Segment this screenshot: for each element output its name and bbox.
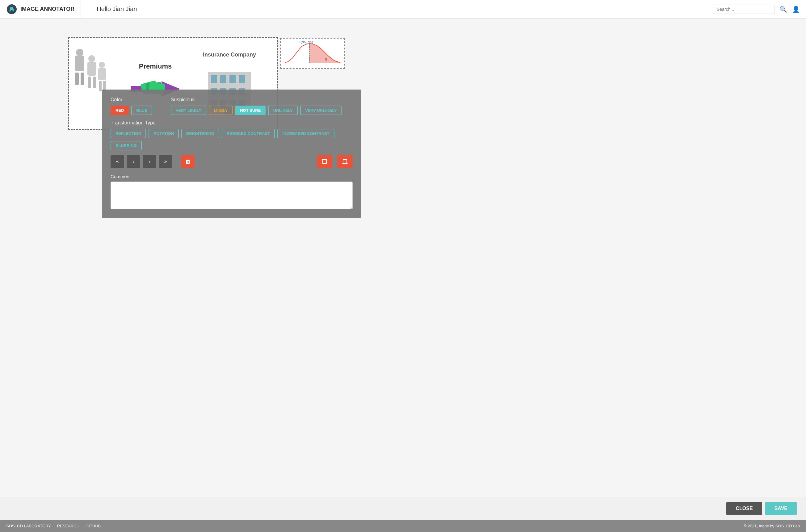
research-link[interactable]: RESEARCH	[57, 524, 79, 528]
suspicious-not-sure-button[interactable]: NOT SURE	[235, 106, 266, 115]
svg-rect-1	[75, 56, 84, 71]
footer-bar: SOS+CD LABORATORY RESEARCH GITHUB © 2021…	[0, 520, 806, 532]
svg-rect-40	[323, 159, 326, 163]
transform-reflection-button[interactable]: REFLECTION	[111, 129, 146, 138]
suspicious-buttons: VERY LIKELY LIKELY NOT SURE UNLIKELY VER…	[171, 106, 341, 115]
prev-button[interactable]: ‹	[127, 155, 140, 168]
trash-icon	[185, 159, 190, 164]
svg-point-10	[99, 62, 105, 68]
svg-rect-4	[81, 73, 84, 85]
svg-rect-5	[88, 62, 96, 76]
premiums-label: Premiums	[139, 62, 172, 70]
color-blue-button[interactable]: BLUE	[131, 106, 152, 115]
svg-rect-8	[93, 77, 96, 88]
svg-rect-19	[220, 75, 226, 83]
search-input[interactable]	[713, 5, 774, 14]
last-button[interactable]: »	[159, 155, 172, 168]
crop-alt-button[interactable]	[337, 155, 353, 168]
header-right: 🔍 👤	[713, 5, 800, 14]
color-red-button[interactable]: RED	[111, 106, 129, 115]
svg-text:α: α	[325, 57, 327, 61]
svg-text:F(df₁, df₂): F(df₁, df₂)	[299, 40, 313, 44]
transform-brightening-button[interactable]: BRIGHTENING	[181, 129, 219, 138]
svg-rect-35	[186, 160, 190, 164]
svg-rect-45	[343, 159, 347, 163]
svg-rect-21	[239, 75, 245, 83]
logo-section: IMAGE ANNOTATOR	[6, 0, 81, 18]
svg-rect-3	[75, 73, 79, 85]
search-icon[interactable]: 🔍	[780, 5, 787, 13]
footer-links: SOS+CD LABORATORY RESEARCH GITHUB	[6, 524, 101, 528]
footer-actions: CLOSE SAVE	[0, 497, 806, 520]
suspicious-section: Suspicious VERY LIKELY LIKELY NOT SURE U…	[171, 97, 341, 115]
close-button[interactable]: CLOSE	[726, 502, 762, 515]
user-icon[interactable]: 👤	[792, 5, 800, 13]
lab-link[interactable]: SOS+CD LABORATORY	[6, 524, 51, 528]
navigation-row: « ‹ › »	[111, 155, 353, 168]
crop-alt-icon	[342, 158, 348, 165]
app-title: IMAGE ANNOTATOR	[20, 6, 74, 12]
insurance-label: Insurance Company	[203, 52, 256, 58]
comment-label: Comment	[111, 174, 353, 179]
svg-point-2	[76, 49, 83, 56]
first-button[interactable]: «	[111, 155, 124, 168]
delete-button[interactable]	[181, 155, 194, 168]
github-link[interactable]: GITHUB	[86, 524, 101, 528]
color-suspicious-row: Color RED BLUE Suspicious VERY LIKELY LI…	[111, 97, 353, 115]
main-content: Premiums Insurance Company	[0, 19, 806, 497]
svg-rect-11	[99, 81, 101, 91]
svg-rect-20	[229, 75, 236, 83]
transform-rotation-button[interactable]: ROTATION	[149, 129, 179, 138]
transformation-label: Transformation Type	[111, 120, 353, 126]
svg-rect-7	[88, 77, 91, 88]
app-logo-icon	[6, 4, 17, 15]
save-button[interactable]: SAVE	[765, 502, 797, 515]
transformation-buttons: REFLECTION ROTATION BRIGHTENING REDUCED …	[111, 129, 353, 150]
copyright-text: © 2021, made by SOS+CD Lab	[744, 524, 800, 528]
crop-icon	[321, 158, 327, 165]
transformation-section: Transformation Type REFLECTION ROTATION …	[111, 120, 353, 150]
annotation-panel: Color RED BLUE Suspicious VERY LIKELY LI…	[102, 90, 361, 218]
color-buttons: RED BLUE	[111, 106, 152, 115]
transform-increased-contrast-button[interactable]: INCREASED CONTRAST	[277, 129, 334, 138]
header: IMAGE ANNOTATOR Hello Jian Jian 🔍 👤	[0, 0, 806, 19]
suspicious-very-unlikely-button[interactable]: VERY UNLIKELY	[300, 106, 341, 115]
next-button[interactable]: ›	[143, 155, 156, 168]
suspicious-unlikely-button[interactable]: UNLIKELY	[268, 106, 298, 115]
suspicious-label: Suspicious	[171, 97, 341, 102]
color-label: Color	[111, 97, 152, 102]
comment-textarea[interactable]	[111, 182, 353, 209]
suspicious-very-likely-button[interactable]: VERY LIKELY	[171, 106, 206, 115]
color-section: Color RED BLUE	[111, 97, 152, 115]
transform-blurring-button[interactable]: BLURRING	[111, 141, 142, 150]
transform-reduced-contrast-button[interactable]: REDUCED CONTRAST	[222, 129, 275, 138]
page-title: Hello Jian Jian	[97, 5, 713, 13]
svg-point-6	[88, 55, 95, 62]
svg-rect-9	[98, 68, 106, 80]
thumbnail-overlay: α F(df₁, df₂)	[280, 38, 345, 69]
suspicious-likely-button[interactable]: LIKELY	[209, 106, 232, 115]
svg-rect-18	[211, 75, 217, 83]
comment-section: Comment	[111, 174, 353, 211]
crop-button[interactable]	[317, 155, 332, 168]
